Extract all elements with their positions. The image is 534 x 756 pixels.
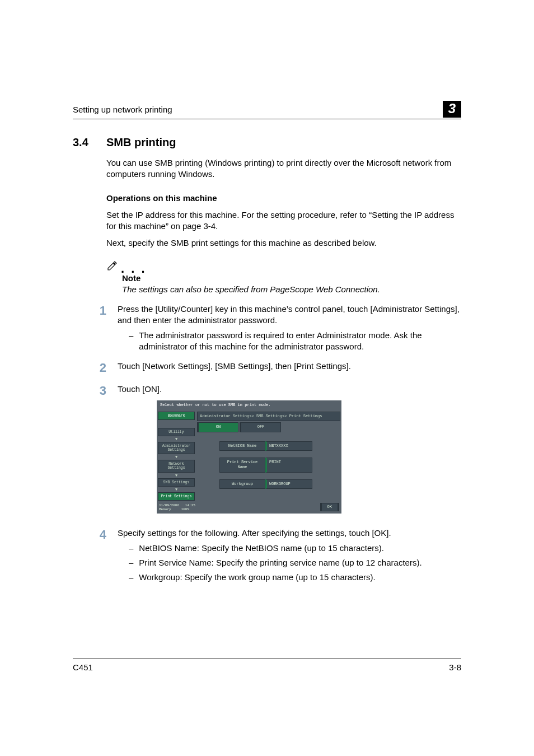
page-footer: C451 3-8	[73, 659, 461, 672]
screen-nav-sidebar: Bookmark Utility ▼ Administrator Setting…	[157, 410, 196, 502]
substep-text: Workgroup: Specify the work group name (…	[139, 572, 375, 583]
netbios-value[interactable]: NBTXXXXX	[265, 441, 312, 451]
print-settings-button[interactable]: Print Settings	[158, 492, 195, 501]
step-3: 3 Touch [ON]. Select whether or not to u…	[95, 384, 461, 519]
down-arrow-icon: ▼	[158, 455, 195, 459]
section-heading: 3.4 SMB printing	[73, 136, 461, 149]
substep-text: The administrator password is required t…	[139, 330, 461, 353]
print-service-value[interactable]: PRINT	[265, 458, 312, 473]
on-toggle[interactable]: ON	[197, 422, 238, 432]
step-number: 3	[95, 384, 106, 519]
print-service-label: Print Service Name	[219, 458, 265, 473]
note-text: The settings can also be specified from …	[122, 284, 461, 295]
screen-instruction: Select whether or not to use SMB in prin…	[157, 400, 341, 410]
note-dots: . . .	[121, 266, 147, 272]
down-arrow-icon: ▼	[158, 474, 195, 477]
body-content: You can use SMB printing (Windows printi…	[106, 157, 461, 295]
smb-settings-button[interactable]: SMB Settings	[158, 478, 195, 487]
dash-icon: –	[129, 572, 133, 583]
status-mem-label: Memory	[159, 507, 171, 511]
substep: –Workgroup: Specify the work group name …	[129, 572, 461, 583]
utility-button[interactable]: Utility	[158, 428, 195, 436]
step-2: 2 Touch [Network Settings], [SMB Setting…	[95, 361, 461, 375]
step-text: Press the [Utility/Counter] key in this …	[118, 304, 460, 325]
ok-button[interactable]: OK	[320, 503, 339, 511]
step-text: Touch [ON].	[118, 384, 162, 394]
breadcrumb-path: Administrator Settings> SMB Settings> Pr…	[197, 412, 340, 421]
device-screenshot: Select whether or not to use SMB in prin…	[157, 400, 341, 514]
step-number: 4	[95, 528, 106, 583]
substep-text: NetBIOS Name: Specify the NetBIOS name (…	[139, 543, 384, 554]
paragraph-1: Set the IP address for this machine. For…	[106, 209, 461, 232]
status-bar: 11/09/2006 14:25 Memory 100%	[159, 504, 195, 511]
step-4: 4 Specify settings for the following. Af…	[95, 528, 461, 583]
footer-model: C451	[73, 662, 93, 672]
admin-settings-button[interactable]: Administrator Settings	[158, 442, 195, 454]
substep: – The administrator password is required…	[129, 330, 461, 353]
section-title: SMB printing	[106, 136, 176, 149]
note-block: . . . Note The settings can also be spec…	[106, 260, 461, 296]
section-number: 3.4	[73, 136, 95, 149]
pencil-icon	[106, 260, 118, 272]
substep: –NetBIOS Name: Specify the NetBIOS name …	[129, 543, 461, 554]
netbios-label: NetBIOS Name	[219, 441, 265, 451]
intro-paragraph: You can use SMB printing (Windows printi…	[106, 157, 461, 180]
step-number: 2	[95, 361, 106, 375]
down-arrow-icon: ▼	[158, 488, 195, 491]
substep-text: Print Service Name: Specify the printing…	[139, 557, 421, 568]
dash-icon: –	[129, 330, 133, 353]
down-arrow-icon: ▼	[158, 437, 195, 441]
subheading: Operations on this machine	[106, 193, 461, 204]
dash-icon: –	[129, 543, 133, 554]
substep: –Print Service Name: Specify the printin…	[129, 557, 461, 568]
chapter-number: 3	[443, 101, 461, 118]
step-text: Touch [Network Settings], [SMB Settings]…	[118, 361, 351, 371]
footer-page: 3-8	[449, 662, 461, 672]
status-mem-value: 100%	[181, 507, 189, 511]
bookmark-button[interactable]: Bookmark	[158, 412, 195, 420]
step-1: 1 Press the [Utility/Counter] key in thi…	[95, 304, 461, 352]
workgroup-value[interactable]: WORKGROUP	[265, 479, 312, 489]
page-header: Setting up network printing 3	[73, 101, 461, 119]
off-toggle[interactable]: OFF	[240, 422, 281, 432]
dash-icon: –	[129, 557, 133, 568]
step-number: 1	[95, 304, 106, 352]
note-label: Note	[122, 273, 461, 284]
paragraph-2: Next, specify the SMB print settings for…	[106, 237, 461, 249]
manual-page: Setting up network printing 3 3.4 SMB pr…	[0, 0, 534, 756]
step-text: Specify settings for the following. Afte…	[118, 528, 391, 538]
workgroup-label: Workgroup	[219, 479, 265, 489]
header-title: Setting up network printing	[73, 105, 172, 114]
network-settings-button[interactable]: Network Settings	[158, 460, 195, 472]
